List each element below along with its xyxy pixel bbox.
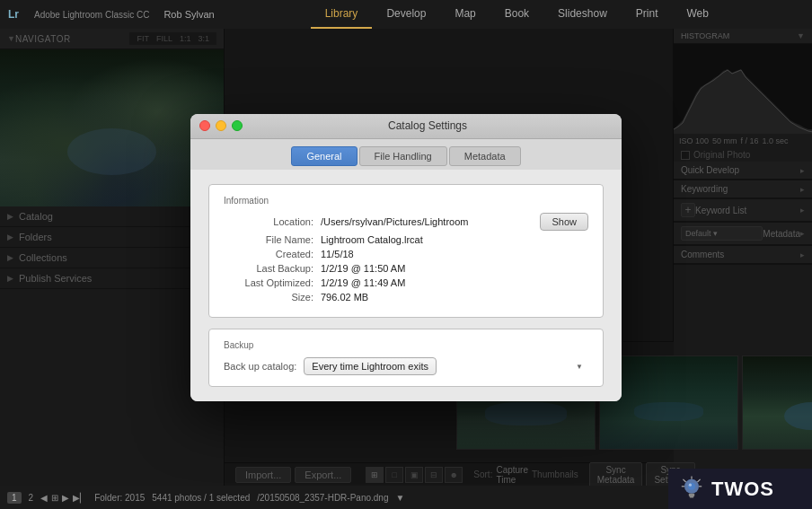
last-optimized-value: 1/2/19 @ 11:49 AM [321, 277, 588, 288]
filename-label: File Name: [224, 234, 313, 245]
dialog-tab-general[interactable]: General [291, 146, 357, 166]
svg-point-9 [689, 483, 692, 486]
location-row: Location: /Users/rsylvan/Pictures/Lightr… [224, 213, 588, 231]
tab-web[interactable]: Web [673, 0, 723, 29]
backup-row: Back up catalog: Every time Lightroom ex… [224, 357, 588, 375]
twos-badge: TWOS [668, 469, 812, 509]
info-section-label: Information [224, 196, 588, 206]
backup-catalog-label: Back up catalog: [224, 361, 296, 372]
created-row: Created: 11/5/18 [224, 249, 588, 259]
svg-line-4 [697, 478, 700, 481]
last-optimized-row: Last Optimized: 1/2/19 @ 11:49 AM [224, 277, 588, 288]
last-backup-value: 1/2/19 @ 11:50 AM [321, 263, 588, 274]
close-button[interactable] [199, 120, 210, 131]
svg-point-8 [688, 482, 695, 489]
page-num-2[interactable]: 2 [25, 492, 38, 504]
location-label: Location: [224, 216, 313, 227]
last-backup-label: Last Backup: [224, 263, 313, 274]
dialog-body: Information Location: /Users/rsylvan/Pic… [190, 170, 622, 401]
tab-library[interactable]: Library [311, 0, 373, 29]
filename-value: Lightroom Catalog.lrcat [321, 234, 588, 245]
catalog-settings-dialog: Catalog Settings General File Handling M… [190, 114, 622, 401]
size-row: Size: 796.02 MB [224, 292, 588, 303]
filename-row: File Name: Lightroom Catalog.lrcat [224, 234, 588, 245]
folder-label: Folder: 2015 [94, 493, 145, 503]
info-section: Information Location: /Users/rsylvan/Pic… [208, 184, 604, 318]
traffic-lights [199, 120, 243, 131]
show-button[interactable]: Show [540, 213, 588, 231]
twos-bulb-icon [677, 475, 706, 504]
created-label: Created: [224, 249, 313, 259]
size-value: 796.02 MB [321, 292, 588, 303]
svg-line-5 [683, 478, 685, 481]
last-optimized-label: Last Optimized: [224, 277, 313, 288]
backup-dropdown[interactable]: Every time Lightroom exits [304, 357, 437, 375]
twos-text: TWOS [711, 478, 774, 501]
backup-section: Backup Back up catalog: Every time Light… [208, 329, 604, 387]
filename-status: /20150508_2357-HDR-Pano.dng [257, 493, 388, 503]
created-value: 11/5/18 [321, 249, 588, 259]
tab-book[interactable]: Book [490, 0, 543, 29]
minimize-button[interactable] [216, 120, 226, 131]
user-name: Rob Sylvan [156, 9, 221, 20]
location-value: /Users/rsylvan/Pictures/Lightroom [321, 216, 540, 227]
nav-end[interactable]: ▶▏ [73, 493, 87, 503]
maximize-button[interactable] [232, 120, 243, 131]
tab-slideshow[interactable]: Slideshow [543, 0, 622, 29]
dialog-tab-metadata[interactable]: Metadata [449, 146, 521, 166]
photo-count: 5441 photos / 1 selected [152, 493, 250, 503]
svg-rect-2 [690, 496, 694, 498]
svg-rect-1 [689, 493, 694, 496]
nav-next[interactable]: ▶ [62, 493, 69, 503]
status-nav: 1 2 ◀ ⊞ ▶ ▶▏ [7, 492, 87, 504]
dialog-title: Catalog Settings [243, 119, 613, 132]
filename-arrow: ▼ [396, 493, 405, 503]
tab-map[interactable]: Map [440, 0, 490, 29]
last-backup-row: Last Backup: 1/2/19 @ 11:50 AM [224, 263, 588, 274]
backup-section-label: Backup [224, 340, 588, 350]
size-label: Size: [224, 292, 313, 303]
top-bar: Lr Adobe Lightroom Classic CC Rob Sylvan… [0, 0, 812, 29]
dialog-overlay: Catalog Settings General File Handling M… [0, 29, 812, 486]
tab-print[interactable]: Print [622, 0, 673, 29]
backup-dropdown-wrapper: Every time Lightroom exits [304, 357, 588, 375]
dialog-titlebar: Catalog Settings [190, 114, 622, 139]
dialog-tab-file-handling[interactable]: File Handling [359, 146, 447, 166]
lr-logo: Lr [0, 0, 27, 29]
nav-prev[interactable]: ◀ [40, 493, 48, 503]
page-num-1[interactable]: 1 [7, 492, 22, 504]
nav-grid[interactable]: ⊞ [51, 493, 58, 503]
nav-tabs: Library Develop Map Book Slideshow Print… [222, 0, 812, 29]
dialog-tabs: General File Handling Metadata [190, 139, 622, 170]
tab-develop[interactable]: Develop [372, 0, 440, 29]
app-title: Adobe Lightroom Classic CC [27, 10, 156, 20]
